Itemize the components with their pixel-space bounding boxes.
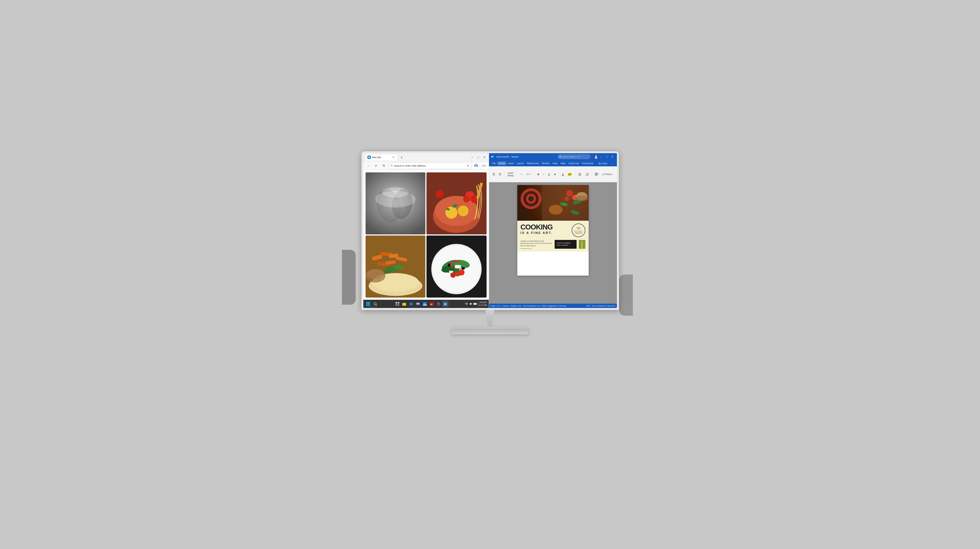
underline-button[interactable]: U: [547, 172, 552, 177]
redo-button[interactable]: [497, 172, 503, 177]
svg-point-103: [528, 196, 534, 202]
battery-icon: [473, 302, 477, 306]
menu-references[interactable]: References: [525, 161, 540, 165]
edge-browser-button[interactable]: [408, 301, 414, 307]
menu-grammarly[interactable]: Grammarly: [581, 161, 595, 165]
address-bar[interactable]: Search or enter web address: [388, 162, 472, 169]
menu-insert[interactable]: Insert: [507, 161, 515, 165]
tab-area: New tab - ✕ +: [365, 154, 468, 161]
word-doc-name: Document2 · Saved: [497, 155, 519, 158]
tab-close-button[interactable]: ✕: [391, 155, 395, 159]
window-controls: ─ □ ✕: [469, 154, 487, 160]
svg-rect-58: [395, 302, 397, 304]
font-size-dropdown[interactable]: 11: [525, 172, 533, 177]
svg-point-5: [475, 166, 477, 167]
svg-point-19: [458, 205, 468, 216]
taskbar-tray: 10/20/22 11:11 AM: [465, 301, 487, 307]
word-search-bar[interactable]: Search (Option + Q): [558, 154, 590, 159]
minimize-button[interactable]: ─: [469, 154, 475, 160]
svg-point-71: [438, 302, 440, 304]
svg-rect-59: [398, 302, 399, 304]
word-ribbon: Calibri (Body) 11 B I U S: [489, 166, 617, 182]
task-view-button[interactable]: [395, 301, 400, 307]
side-shadow-left: [342, 250, 356, 305]
cooking-subtitle: IS A FINE ART.: [520, 231, 570, 234]
cookbook-body: COOKING IS A FINE ART. 🍽 YOUR FRIENDLY C…: [517, 221, 589, 251]
close-button[interactable]: ✕: [482, 154, 487, 160]
lenovo-brand-label: Lenovo: [367, 306, 377, 308]
menu-home[interactable]: Home: [497, 161, 506, 165]
share-icon: [598, 162, 601, 164]
svg-rect-61: [398, 304, 399, 306]
svg-text:W: W: [444, 303, 447, 306]
cookbook-desc-row: includes a mouthwatering recipe guarante…: [520, 240, 585, 249]
svg-point-52: [450, 272, 456, 278]
statusbar-feedback: Give Feedback to Microsoft: [592, 305, 615, 307]
svg-point-68: [424, 303, 425, 304]
svg-point-56: [374, 302, 376, 305]
menu-file[interactable]: File: [491, 161, 497, 165]
word-maximize-button[interactable]: □: [604, 153, 610, 160]
cookbook-desc-text: includes a mouthwatering recipe guarante…: [520, 240, 552, 247]
word-content-area: COOKING IS A FINE ART. 🍽 YOUR FRIENDLY C…: [489, 182, 617, 304]
browser-titlebar: New tab - ✕ + ─ □ ✕: [363, 153, 489, 161]
svg-point-4: [475, 164, 477, 166]
menu-layout[interactable]: Layout: [515, 161, 525, 165]
svg-point-66: [418, 303, 419, 304]
svg-rect-91: [587, 173, 589, 174]
font-color-button[interactable]: A: [560, 172, 565, 177]
bullets-button[interactable]: [576, 172, 583, 177]
font-dropdown-arrow: [520, 173, 522, 175]
editing-dropdown[interactable]: Editing: [601, 172, 615, 177]
refresh-button[interactable]: [380, 162, 387, 169]
profile-button[interactable]: [473, 162, 479, 169]
italic-button[interactable]: I: [542, 172, 546, 177]
photos-button[interactable]: [422, 301, 428, 307]
bold-button[interactable]: B: [536, 172, 541, 177]
menu-view[interactable]: View: [551, 161, 559, 165]
menu-review[interactable]: Review: [540, 161, 551, 165]
file-explorer-button[interactable]: [401, 301, 407, 307]
word-statusbar: Page 1 of 1 0 words English (US) Text Pr…: [489, 304, 617, 308]
cookbook-desc-divider: [520, 248, 531, 249]
forward-button[interactable]: [373, 162, 379, 169]
align-left-button[interactable]: [593, 172, 600, 177]
svg-point-105: [566, 190, 573, 197]
search-icon: [391, 164, 393, 167]
highlight-button[interactable]: ab: [566, 172, 573, 177]
word-profile-icon[interactable]: [593, 153, 599, 160]
teams-button[interactable]: [436, 301, 442, 307]
new-tab-button[interactable]: +: [398, 154, 405, 161]
menu-scriptlab[interactable]: Script Lab: [567, 161, 580, 165]
word-taskbar-button[interactable]: W: [442, 301, 449, 307]
numbering-button[interactable]: 1.2.3.: [584, 172, 590, 177]
word-minimize-button[interactable]: ─: [599, 153, 604, 160]
wifi-icon: [465, 302, 468, 306]
svg-rect-104: [542, 185, 589, 221]
statusbar-page: Page 1 of 1: [491, 305, 501, 307]
menu-help[interactable]: Help: [559, 161, 566, 165]
svg-rect-99: [595, 175, 597, 176]
share-label: Share: [601, 162, 607, 165]
tab-label: New tab -: [372, 156, 383, 159]
statusbar-editor: Editor Suggestions: Showing: [542, 305, 566, 307]
strikethrough-button[interactable]: S: [552, 172, 557, 177]
word-panel: W Document2 · Saved Search (Option + Q) …: [489, 153, 617, 308]
back-button[interactable]: [365, 162, 372, 169]
share-button[interactable]: Share: [596, 161, 610, 165]
browser-content: [363, 170, 489, 300]
word-close-button[interactable]: ✕: [610, 153, 615, 160]
font-name-dropdown[interactable]: Calibri (Body): [506, 172, 524, 177]
browser-tab[interactable]: New tab - ✕: [365, 154, 398, 161]
undo-button[interactable]: [491, 172, 496, 177]
screen: New tab - ✕ + ─ □ ✕: [363, 153, 617, 308]
chat-button[interactable]: [415, 301, 421, 307]
more-options-button[interactable]: [480, 162, 487, 169]
food-cell-bw: [366, 172, 426, 234]
acrobat-button[interactable]: A: [429, 301, 435, 307]
word-more-options[interactable]: ···: [610, 161, 615, 165]
svg-point-23: [436, 190, 444, 198]
svg-rect-62: [402, 303, 406, 306]
target-icon: [520, 188, 542, 210]
maximize-button[interactable]: □: [476, 154, 481, 160]
